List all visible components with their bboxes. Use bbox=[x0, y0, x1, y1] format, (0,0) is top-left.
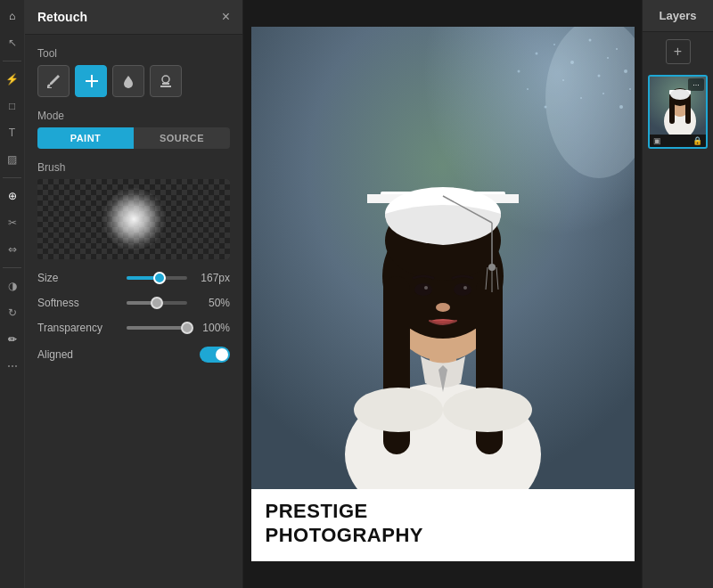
watermark-overlay: PRESTIGE PHOTOGRAPHY bbox=[251, 489, 635, 561]
brush-label: Brush bbox=[37, 161, 230, 174]
svg-point-41 bbox=[488, 264, 496, 271]
svg-point-4 bbox=[553, 44, 555, 45]
size-label: Size bbox=[37, 272, 118, 284]
layer-item-1[interactable]: ··· ▣ 🔒 bbox=[648, 75, 708, 149]
svg-rect-49 bbox=[685, 97, 691, 124]
transparency-slider-fill bbox=[127, 326, 187, 330]
mode-label: Mode bbox=[37, 110, 230, 122]
layer-options: ··· bbox=[688, 78, 704, 91]
softness-slider-track[interactable] bbox=[127, 301, 187, 305]
stamp-tool-button[interactable] bbox=[150, 65, 182, 97]
retouch-panel: Retouch × Tool bbox=[25, 0, 243, 588]
home-icon[interactable]: ⌂ bbox=[4, 7, 21, 25]
svg-point-28 bbox=[414, 283, 432, 296]
svg-point-32 bbox=[436, 303, 450, 312]
layer-thumbnail-1: ··· bbox=[650, 77, 706, 135]
select-icon[interactable]: ↖ bbox=[4, 34, 21, 52]
watermark-line2: PHOTOGRAPHY bbox=[266, 524, 423, 546]
panel-content: Tool bbox=[25, 35, 242, 375]
layer-more-button[interactable]: ··· bbox=[688, 78, 704, 91]
softness-value: 50% bbox=[196, 297, 230, 309]
more-icon[interactable]: ⋯ bbox=[4, 357, 21, 375]
panel-title: Retouch bbox=[37, 10, 87, 24]
quick-icon[interactable]: ⚡ bbox=[4, 70, 21, 88]
brush-preview bbox=[37, 179, 230, 259]
heal-tool-button[interactable] bbox=[75, 65, 107, 97]
layer-bottom-bar: ▣ 🔒 bbox=[650, 135, 706, 147]
separator-3 bbox=[3, 267, 22, 268]
transparency-slider-row: Transparency 100% bbox=[37, 322, 230, 334]
transparency-slider-track[interactable] bbox=[127, 326, 187, 330]
scissors-icon[interactable]: ✂ bbox=[4, 214, 21, 232]
size-control: Size 167px bbox=[37, 272, 230, 284]
transparency-label: Transparency bbox=[37, 322, 118, 334]
brush-glow bbox=[102, 188, 165, 250]
aligned-toggle-row: Aligned bbox=[37, 347, 230, 363]
tool-buttons bbox=[37, 65, 230, 97]
close-button[interactable]: × bbox=[222, 9, 230, 25]
softness-label: Softness bbox=[37, 297, 118, 309]
crop-icon[interactable]: □ bbox=[4, 97, 21, 115]
size-slider-thumb[interactable] bbox=[153, 272, 166, 284]
separator-1 bbox=[3, 61, 22, 61]
tool-label: Tool bbox=[37, 47, 230, 60]
aligned-toggle-switch[interactable] bbox=[200, 347, 230, 363]
layer-lock-icon: 🔒 bbox=[693, 136, 702, 145]
size-slider-row: Size 167px bbox=[37, 272, 230, 284]
svg-point-3 bbox=[535, 53, 537, 55]
pen-icon[interactable]: ✏ bbox=[4, 331, 21, 348]
aligned-toggle-knob bbox=[216, 348, 228, 361]
tool-section: Tool bbox=[37, 47, 230, 97]
drop-tool-button[interactable] bbox=[112, 65, 144, 97]
transparency-value: 100% bbox=[196, 322, 230, 334]
adjust-icon[interactable]: ⊕ bbox=[4, 187, 21, 205]
mode-toggle[interactable]: PAINT SOURCE bbox=[37, 127, 230, 149]
mode-section: Mode PAINT SOURCE bbox=[37, 110, 230, 149]
transparency-slider-thumb[interactable] bbox=[181, 322, 193, 334]
separator-2 bbox=[3, 177, 22, 178]
svg-point-30 bbox=[424, 286, 428, 290]
svg-point-0 bbox=[162, 76, 169, 83]
source-mode-button[interactable]: SOURCE bbox=[134, 127, 230, 149]
layers-panel: Layers + bbox=[642, 0, 713, 588]
watermark-text: PRESTIGE PHOTOGRAPHY bbox=[266, 500, 620, 547]
watermark-line1: PRESTIGE bbox=[266, 500, 368, 522]
transparency-control: Transparency 100% bbox=[37, 322, 230, 334]
size-value: 167px bbox=[196, 272, 230, 284]
softness-control: Softness 50% bbox=[37, 297, 230, 309]
svg-point-42 bbox=[354, 388, 443, 432]
svg-point-14 bbox=[527, 88, 529, 90]
svg-point-31 bbox=[463, 286, 467, 290]
svg-point-13 bbox=[517, 70, 520, 73]
text-icon[interactable]: T bbox=[4, 124, 21, 142]
add-layer-button[interactable]: + bbox=[666, 39, 691, 64]
svg-point-29 bbox=[454, 283, 471, 296]
main-canvas-area: PRESTIGE PHOTOGRAPHY bbox=[243, 0, 642, 588]
layer-type-icon: ▣ bbox=[653, 136, 661, 145]
svg-point-43 bbox=[443, 388, 532, 432]
canvas-image bbox=[251, 27, 635, 561]
svg-rect-48 bbox=[669, 97, 675, 124]
brush-section: Brush bbox=[37, 161, 230, 259]
panel-header: Retouch × bbox=[25, 0, 242, 35]
transform-icon[interactable]: ⇔ bbox=[4, 241, 21, 258]
circle-icon[interactable]: ◑ bbox=[4, 277, 21, 295]
softness-slider-row: Softness 50% bbox=[37, 297, 230, 309]
rotate-icon[interactable]: ↻ bbox=[4, 304, 21, 322]
paint-mode-button[interactable]: PAINT bbox=[37, 127, 134, 149]
size-slider-track[interactable] bbox=[127, 276, 187, 280]
layers-panel-title: Layers bbox=[643, 0, 713, 32]
pattern-icon[interactable]: ▨ bbox=[4, 151, 21, 168]
brush-tool-button[interactable] bbox=[37, 65, 70, 97]
left-toolbar: ⌂ ↖ ⚡ □ T ▨ ⊕ ✂ ⇔ ◑ ↻ ✏ ⋯ bbox=[0, 0, 25, 588]
photo-svg bbox=[251, 27, 635, 490]
svg-point-51 bbox=[670, 89, 690, 100]
aligned-label: Aligned bbox=[37, 348, 73, 361]
canvas-wrapper[interactable]: PRESTIGE PHOTOGRAPHY bbox=[251, 27, 635, 561]
aligned-control: Aligned bbox=[37, 347, 230, 363]
softness-slider-thumb[interactable] bbox=[151, 297, 163, 309]
